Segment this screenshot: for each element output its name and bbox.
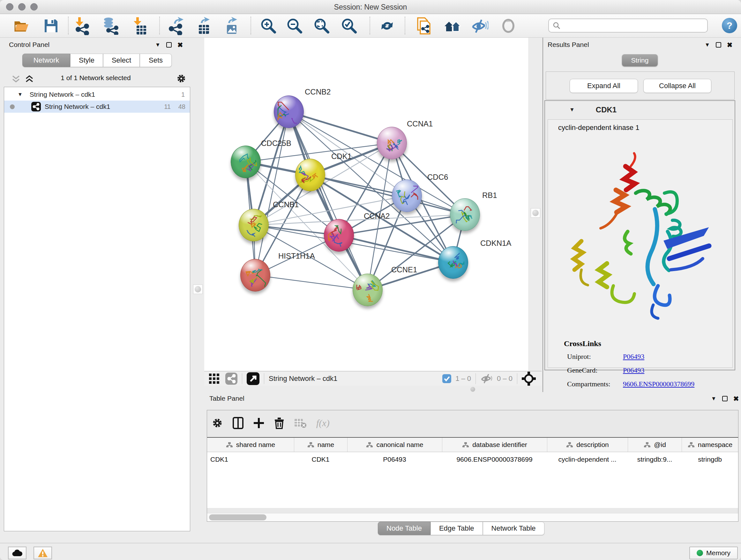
import-table-icon[interactable] <box>130 16 150 36</box>
network-node-cdk1[interactable] <box>295 159 325 191</box>
crosslink-label: GeneCard: <box>567 366 623 374</box>
network-row-selected[interactable]: String Network – cdk1 11 48 <box>4 101 190 113</box>
canvas-scrollbar[interactable] <box>529 38 542 371</box>
refresh-view-icon[interactable] <box>377 16 397 36</box>
collapse-panel-icon[interactable]: ▼ <box>711 395 717 402</box>
vertical-splitter[interactable] <box>192 38 204 543</box>
column-header-database-identifier[interactable]: database identifier <box>442 438 547 452</box>
selected-checkbox-icon[interactable] <box>442 374 452 383</box>
tab-network-table[interactable]: Network Table <box>483 522 544 535</box>
column-header-id[interactable]: @id <box>628 438 682 452</box>
select-columns-icon[interactable] <box>232 417 244 429</box>
tab-node-table[interactable]: Node Table <box>378 522 430 535</box>
hide-selected-icon[interactable] <box>469 16 490 36</box>
scrollbar-thumb[interactable] <box>209 514 266 520</box>
horizontal-splitter-grip[interactable] <box>470 387 475 392</box>
network-node-ccnb1[interactable] <box>239 209 269 241</box>
column-header-shared-name[interactable]: shared name <box>207 438 294 452</box>
export-network-icon[interactable] <box>166 16 187 36</box>
network-node-cdc6[interactable] <box>392 179 422 212</box>
table-gear-icon[interactable] <box>212 417 223 429</box>
expand-all-button[interactable]: Expand All <box>569 79 638 93</box>
network-edge[interactable] <box>289 112 367 290</box>
protein-card-header[interactable]: ▼ CDK1 <box>545 101 735 119</box>
copy-paste-style-icon[interactable] <box>414 16 434 36</box>
memory-button[interactable]: Memory <box>689 547 738 559</box>
splitter-grip[interactable] <box>531 208 540 218</box>
network-node-ccna2[interactable] <box>324 219 354 252</box>
column-header-canonical-name[interactable]: canonical name <box>347 438 442 452</box>
home-string-icon[interactable] <box>442 16 463 36</box>
search-box[interactable] <box>548 18 708 33</box>
table-hscrollbar[interactable] <box>207 513 738 521</box>
network-node-ccnb2[interactable] <box>274 96 304 128</box>
float-panel-icon[interactable] <box>716 42 721 48</box>
collapse-panel-icon[interactable]: ▼ <box>155 42 160 48</box>
tab-sets[interactable]: Sets <box>140 54 172 67</box>
network-edge[interactable] <box>255 275 367 290</box>
float-panel-icon[interactable] <box>166 42 172 48</box>
delete-column-icon[interactable] <box>274 417 284 429</box>
collapse-all-button[interactable]: Collapse All <box>643 79 711 93</box>
grid-view-icon[interactable] <box>209 373 219 384</box>
table-row[interactable]: CDK1CDK1P064939606.ENSP00000378699cyclin… <box>207 452 738 467</box>
crosslink-label: Compartments: <box>567 380 623 388</box>
tab-network[interactable]: Network <box>22 54 70 67</box>
import-network-file-icon[interactable] <box>73 16 93 36</box>
help-icon[interactable]: ? <box>722 18 737 33</box>
zoom-fit-icon[interactable] <box>312 16 332 36</box>
search-input[interactable] <box>563 22 703 30</box>
show-all-icon[interactable] <box>498 16 519 36</box>
crosslink-link[interactable]: P06493 <box>623 366 644 374</box>
warnings-button[interactable] <box>33 547 52 559</box>
zoom-in-icon[interactable] <box>258 16 279 36</box>
results-buttons-group: Expand All Collapse All <box>546 71 735 100</box>
column-header-namespace[interactable]: namespace <box>682 438 738 452</box>
open-session-icon[interactable] <box>11 16 31 36</box>
cloud-button[interactable] <box>8 547 26 559</box>
network-node-rb1[interactable] <box>450 198 480 231</box>
network-node-hist1h1a[interactable] <box>240 259 270 292</box>
zoom-out-icon[interactable] <box>284 16 305 36</box>
tab-select[interactable]: Select <box>103 54 140 67</box>
add-column-icon[interactable] <box>253 417 265 429</box>
gear-icon[interactable] <box>176 73 186 84</box>
tab-edge-table[interactable]: Edge Table <box>430 522 483 535</box>
save-session-icon[interactable] <box>41 16 61 36</box>
close-panel-icon[interactable]: ✖ <box>727 42 733 48</box>
crosshair-icon[interactable] <box>522 372 536 386</box>
collection-expander-icon[interactable]: ▼ <box>17 91 23 98</box>
network-collection-row[interactable]: ▼ String Network – cdk1 1 <box>4 88 190 101</box>
network-canvas[interactable]: CCNB2CCNA1CDC25BCDK1CDC6RB1CCNB1CCNA2CDK… <box>204 38 529 371</box>
network-node-cdc25b[interactable] <box>231 145 261 178</box>
network-node-cdkn1a[interactable] <box>438 246 468 279</box>
crosslink-link[interactable]: P06493 <box>623 353 644 361</box>
export-table-icon[interactable] <box>194 16 214 36</box>
tab-string[interactable]: String <box>622 54 658 66</box>
zoom-selected-icon[interactable] <box>339 16 359 36</box>
network-node-ccne1[interactable] <box>353 273 383 306</box>
export-image-icon[interactable] <box>221 16 242 36</box>
column-header-description[interactable]: description <box>547 438 628 452</box>
network-node-ccna1[interactable] <box>377 127 407 159</box>
network-edge[interactable] <box>289 112 392 143</box>
share-view-icon[interactable] <box>225 373 238 385</box>
birds-eye-view-icon[interactable] <box>247 372 259 385</box>
close-panel-icon[interactable]: ✖ <box>178 42 183 48</box>
function-builder-icon: f(x) <box>316 418 330 428</box>
network-edge[interactable] <box>339 235 453 262</box>
toolbar-separator <box>405 17 405 35</box>
tab-style[interactable]: Style <box>70 54 103 67</box>
float-panel-icon[interactable] <box>722 396 728 401</box>
hidden-eye-icon[interactable] <box>480 374 494 384</box>
column-header-label: name <box>318 441 334 449</box>
protein-thumbnail <box>450 199 480 231</box>
collapse-panel-icon[interactable]: ▼ <box>704 42 710 48</box>
splitter-grip[interactable] <box>193 285 203 294</box>
crosslink-link[interactable]: 9606.ENSP00000378699 <box>623 380 694 388</box>
network-edge[interactable] <box>255 112 289 275</box>
import-network-database-icon[interactable] <box>100 16 121 36</box>
column-header-name[interactable]: name <box>294 438 347 452</box>
close-panel-icon[interactable]: ✖ <box>733 395 739 402</box>
card-expander-icon[interactable]: ▼ <box>569 107 575 113</box>
